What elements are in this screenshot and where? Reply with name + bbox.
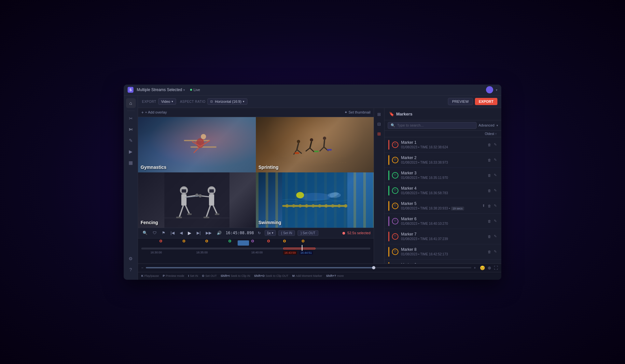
set-in-button[interactable]: { Set IN	[278, 230, 295, 236]
marker-time: 01/08/2023 • TIME 16:38:20:933 • 19 secs	[401, 207, 479, 210]
emoji-button[interactable]: 😊	[480, 265, 485, 270]
marker-dot-yellow-3	[283, 240, 286, 242]
delete-marker-button[interactable]: 🗑	[487, 218, 492, 224]
edit-marker-button[interactable]: ✎	[493, 249, 497, 254]
list-item[interactable]: 🛡 Marker 4 01/08/2023 • TIME 16:36:58:78…	[384, 183, 501, 198]
set-thumbnail-button[interactable]: ✦ Set thumbnail	[344, 110, 370, 115]
fullscreen-button[interactable]: ⛶	[494, 265, 498, 270]
search-input-wrap[interactable]: 🔍	[388, 122, 477, 129]
edit-marker-button[interactable]: ✎	[493, 157, 497, 163]
delete-marker-button[interactable]: 🗑	[487, 249, 492, 254]
list-item[interactable]: 🛡 Marker 8 01/08/2023 • TIME 16:42:52:17…	[384, 244, 501, 260]
video-grid: Gymnastics	[138, 117, 374, 228]
zoom-slider[interactable]	[146, 267, 471, 268]
zoom-slider-thumb[interactable]	[372, 266, 375, 269]
marker-dot-red-1	[160, 240, 162, 242]
speed-selector[interactable]: 1x ▾	[265, 230, 276, 236]
search-input[interactable]	[397, 123, 474, 127]
layout-icon-1[interactable]: ⊞	[375, 111, 383, 118]
edit-marker-button[interactable]: ✎	[493, 234, 497, 239]
svg-point-6	[196, 138, 204, 148]
zoom-in-icon[interactable]: +	[474, 266, 476, 270]
marker-shield-icon: 🛡	[392, 142, 398, 148]
svg-rect-29	[181, 194, 187, 206]
list-item[interactable]: 🛡 Marker 3 01/08/2023 • TIME 16:35:11:97…	[384, 168, 501, 183]
edit-marker-button[interactable]: ✎	[493, 172, 497, 178]
svg-rect-24	[314, 151, 319, 152]
video-cell-swimming[interactable]: Swimming	[256, 172, 374, 228]
delete-marker-button[interactable]: 🗑	[487, 142, 492, 147]
stream-selector[interactable]: Multiple Streams Selected ▾	[137, 88, 185, 92]
export-button[interactable]: EXPORT	[475, 98, 497, 105]
zoom-out-icon[interactable]: −	[141, 266, 143, 270]
preview-button[interactable]: PREVIEW	[448, 98, 473, 105]
loop-button[interactable]: ↻	[257, 230, 262, 236]
edit-marker-button[interactable]: ✎	[493, 188, 497, 193]
sidebar-item-camera[interactable]: ▶	[126, 147, 136, 156]
delete-marker-button[interactable]: 🗑	[487, 172, 492, 178]
list-item[interactable]: 🛡 Marker 5 01/08/2023 • TIME 16:38:20:93…	[384, 198, 501, 214]
list-item[interactable]: 🛡 Marker 7 01/08/2023 • TIME 16:41:37:23…	[384, 229, 501, 244]
flag-button[interactable]: ⚑	[160, 230, 167, 236]
share-button[interactable]: ⊕	[488, 265, 491, 270]
marker-time: 01/08/2023 • TIME 16:33:38:973	[401, 161, 484, 164]
list-item[interactable]: 🛡 Marker 9 01/08/2023 • TIME 16:45:08:89…	[384, 260, 501, 263]
export-format-chevron-icon: ▾	[172, 100, 173, 103]
delete-marker-button[interactable]: 🗑	[487, 234, 492, 239]
next-frame-button[interactable]: ▶|	[195, 230, 202, 236]
edit-marker-button[interactable]: ✎	[493, 142, 497, 147]
prev-frame-button[interactable]: ◀	[178, 230, 184, 236]
sidebar-item-edit[interactable]: ✎	[126, 136, 136, 145]
layout-icon-2[interactable]: ⊟	[375, 120, 383, 128]
sidebar-item-home[interactable]: ⌂	[126, 98, 136, 108]
set-out-button[interactable]: } Set OUT	[298, 230, 318, 236]
timeline-section: 🔍 🛡 ⚑ |◀ ◀ ▶ ▶| ▶▶ 🔊 16:45:08.898 ↻	[138, 228, 374, 263]
stream-chevron-icon: ▾	[183, 88, 185, 92]
video-cell-gymnastics[interactable]: Gymnastics	[138, 117, 256, 172]
avatar[interactable]	[486, 86, 493, 93]
marker-shield-icon: 🛡	[392, 203, 398, 209]
list-item[interactable]: 🛡 Marker 1 01/08/2023 • TIME 16:32:38:62…	[384, 137, 501, 153]
sidebar-item-stats[interactable]: ▦	[126, 158, 136, 168]
marker-dot-red-2	[267, 240, 270, 242]
sidebar-item-users[interactable]: ⚙	[126, 254, 136, 263]
timeline-scrubber[interactable]: 16:30:00 16:35:00 16:40:00 16:43:59 16:4…	[138, 238, 374, 263]
aspect-ratio-icon: ⊡	[210, 100, 213, 103]
marker-name: Marker 7	[401, 232, 484, 236]
delete-marker-button[interactable]: 🗑	[487, 203, 492, 209]
go-to-start-button[interactable]: |◀	[169, 230, 176, 236]
video-cell-fencing[interactable]: Fencing	[138, 172, 256, 228]
shield-marker-button[interactable]: 🛡	[151, 230, 158, 236]
sidebar-item-clips[interactable]: ✂	[126, 114, 136, 123]
live-indicator: Live	[190, 88, 200, 92]
add-overlay-button[interactable]: + + Add overlay	[141, 110, 167, 115]
stream-label: Multiple Streams Selected	[137, 88, 182, 92]
play-clip-button[interactable]: ▶▶	[204, 230, 213, 236]
timeline-marker-dot-7	[283, 240, 286, 242]
layout-icon-3[interactable]: ⊞	[375, 130, 383, 138]
marker-info: Marker 8 01/08/2023 • TIME 16:42:52:173	[401, 247, 484, 256]
delete-marker-button[interactable]: 🗑	[487, 157, 492, 163]
volume-button[interactable]: 🔊	[215, 230, 223, 236]
timeline-label-5: 16:44:51	[299, 251, 313, 255]
sort-label[interactable]: Oldest ↑	[485, 132, 497, 136]
edit-marker-button[interactable]: ✎	[493, 218, 497, 224]
zoom-in-button[interactable]: 🔍	[141, 230, 149, 236]
svg-line-21	[320, 147, 324, 151]
share-marker-button[interactable]: ⬆	[481, 203, 486, 209]
play-button[interactable]: ▶	[187, 230, 193, 236]
sidebar-item-help[interactable]: ?	[126, 265, 136, 275]
export-format-select[interactable]: Video ▾	[158, 98, 176, 105]
svg-rect-47	[215, 213, 219, 215]
video-cell-sprinting[interactable]: Sprinting	[256, 117, 374, 172]
svg-line-12	[297, 143, 299, 150]
list-item[interactable]: 🛡 Marker 2 01/08/2023 • TIME 16:33:38:97…	[384, 153, 501, 168]
aspect-ratio-select[interactable]: ⊡ Horizontal (16:9) ▾	[207, 98, 247, 105]
sidebar-item-trim[interactable]: ✄	[126, 125, 136, 134]
timeline-bar[interactable]	[141, 248, 370, 249]
edit-marker-button[interactable]: ✎	[493, 203, 497, 209]
timeline-labels: 16:30:00 16:35:00 16:40:00 16:43:59 16:4…	[141, 251, 370, 255]
advanced-button[interactable]: Advanced	[479, 123, 494, 127]
list-item[interactable]: 🛡 Marker 6 01/08/2023 • TIME 16:40:10:27…	[384, 214, 501, 229]
delete-marker-button[interactable]: 🗑	[487, 188, 492, 193]
